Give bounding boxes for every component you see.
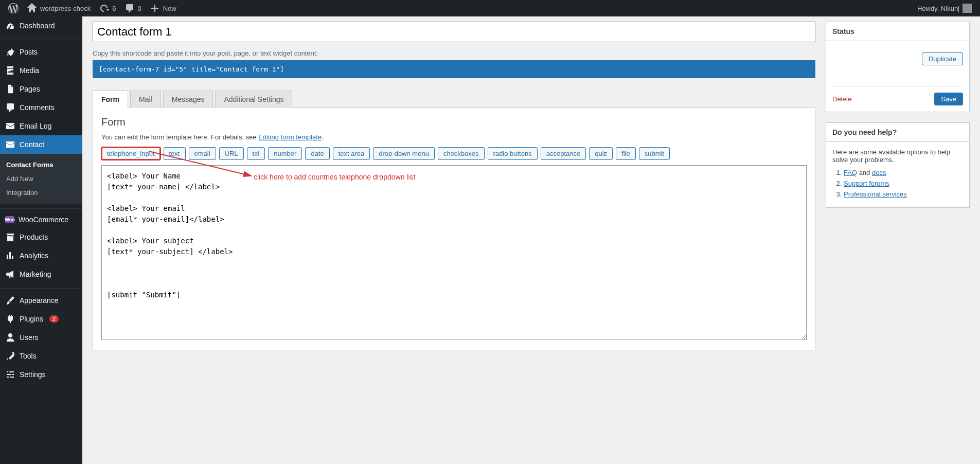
brush-icon	[5, 295, 15, 306]
comments-count: 0	[138, 5, 141, 12]
site-name-text: wordpress-check	[40, 5, 91, 12]
duplicate-button[interactable]: Duplicate	[922, 52, 963, 65]
tag-generator-row: telephone_input text email URL tel numbe…	[101, 147, 807, 160]
side-column: Status Duplicate Delete Save Do you need…	[826, 22, 970, 350]
updates-link[interactable]: 6	[95, 0, 120, 16]
tag-telephone-input[interactable]: telephone_input	[101, 147, 161, 160]
editor-tabs: Form Mail Messages Additional Settings	[93, 91, 815, 108]
menu-products[interactable]: Products	[0, 228, 82, 246]
submenu-contact-forms[interactable]: Contact Forms	[0, 158, 82, 172]
menu-settings[interactable]: Settings	[0, 365, 82, 384]
menu-label: WooCommerce	[19, 216, 68, 224]
wordpress-icon	[8, 3, 19, 13]
menu-analytics[interactable]: Analytics	[0, 246, 82, 265]
desc-prefix: You can edit the form template here. For…	[101, 133, 258, 141]
menu-pages[interactable]: Pages	[0, 80, 82, 98]
tag-submit[interactable]: submit	[639, 147, 670, 160]
tag-number[interactable]: number	[268, 147, 302, 160]
menu-label: Pages	[20, 85, 40, 93]
tag-quiz[interactable]: quiz	[589, 147, 613, 160]
faq-link[interactable]: FAQ	[844, 169, 857, 176]
tab-messages[interactable]: Messages	[163, 91, 213, 108]
help-intro: Here are some available options to help …	[832, 148, 963, 164]
menu-label: Users	[20, 333, 39, 342]
megaphone-icon	[5, 269, 15, 279]
save-button[interactable]: Save	[934, 93, 963, 105]
help-item-services: Professional services	[844, 190, 963, 198]
comments-link[interactable]: 0	[120, 0, 146, 16]
email-icon	[5, 121, 15, 131]
docs-link[interactable]: docs	[872, 169, 886, 176]
new-content-link[interactable]: New	[146, 0, 181, 16]
tag-text[interactable]: text	[164, 147, 186, 160]
menu-separator	[0, 206, 82, 209]
menu-woocommerce[interactable]: WooWooCommerce	[0, 211, 82, 228]
submenu-add-new[interactable]: Add New	[0, 172, 82, 186]
menu-label: Dashboard	[20, 22, 55, 30]
tag-radio[interactable]: radio buttons	[488, 147, 538, 160]
menu-label: Media	[20, 66, 39, 75]
tab-additional-settings[interactable]: Additional Settings	[215, 91, 292, 108]
tag-email[interactable]: email	[189, 147, 216, 160]
wp-logo[interactable]	[4, 0, 23, 16]
home-icon	[27, 3, 37, 13]
menu-media[interactable]: Media	[0, 61, 82, 80]
desc-suffix: .	[322, 133, 324, 141]
admin-bar-left: wordpress-check 6 0 New	[4, 0, 913, 16]
menu-comments[interactable]: Comments	[0, 98, 82, 117]
comment-icon	[5, 102, 15, 113]
menu-label: Marketing	[20, 270, 51, 278]
menu-users[interactable]: Users	[0, 328, 82, 347]
panel-description: You can edit the form template here. For…	[101, 133, 807, 141]
professional-services-link[interactable]: Professional services	[844, 190, 907, 198]
menu-label: Settings	[20, 370, 46, 379]
my-account-link[interactable]: Howdy, Nikunj	[913, 0, 976, 16]
submenu-integration[interactable]: Integration	[0, 186, 82, 200]
editing-template-link[interactable]: Editing form template	[258, 133, 322, 141]
submenu-contact: Contact Forms Add New Integration	[0, 154, 82, 204]
tag-date[interactable]: date	[305, 147, 329, 160]
form-panel: Form You can edit the form template here…	[93, 108, 815, 350]
media-icon	[5, 65, 15, 76]
menu-dashboard[interactable]: Dashboard	[0, 16, 82, 35]
menu-label: Products	[20, 233, 48, 241]
tag-dropdown[interactable]: drop-down menu	[373, 147, 435, 160]
menu-appearance[interactable]: Appearance	[0, 291, 82, 310]
help-box: Do you need help? Here are some availabl…	[826, 122, 970, 208]
menu-label: Email Log	[20, 122, 51, 130]
wrench-icon	[5, 351, 15, 361]
shortcode-hint: Copy this shortcode and paste it into yo…	[93, 49, 815, 57]
tab-mail[interactable]: Mail	[130, 91, 161, 108]
admin-bar: wordpress-check 6 0 New Howdy, Nikunj	[0, 0, 980, 16]
comment-icon	[124, 3, 135, 13]
support-forums-link[interactable]: Support forums	[844, 180, 889, 187]
products-icon	[5, 232, 15, 242]
tab-form[interactable]: Form	[93, 91, 128, 108]
form-template-textarea[interactable]	[101, 165, 807, 340]
menu-plugins[interactable]: Plugins2	[0, 310, 82, 328]
woo-icon: Woo	[5, 216, 14, 223]
menu-label: Analytics	[20, 252, 48, 260]
menu-marketing[interactable]: Marketing	[0, 265, 82, 283]
delete-link[interactable]: Delete	[832, 95, 852, 103]
menu-contact[interactable]: Contact	[0, 135, 82, 154]
avatar	[963, 4, 972, 13]
menu-posts[interactable]: Posts	[0, 43, 82, 61]
site-name-link[interactable]: wordpress-check	[23, 0, 95, 16]
form-title-input[interactable]	[93, 22, 815, 42]
tag-acceptance[interactable]: acceptance	[541, 147, 586, 160]
tag-checkboxes[interactable]: checkboxes	[438, 147, 485, 160]
tag-tel[interactable]: tel	[247, 147, 265, 160]
shortcode-box[interactable]: [contact-form-7 id="5" title="Contact fo…	[93, 60, 815, 78]
help-title: Do you need help?	[826, 123, 969, 142]
menu-separator	[0, 38, 82, 40]
panel-heading: Form	[101, 116, 807, 128]
menu-tools[interactable]: Tools	[0, 347, 82, 365]
status-box: Status Duplicate Delete Save	[826, 22, 970, 112]
tag-file[interactable]: file	[616, 147, 636, 160]
tag-url[interactable]: URL	[219, 147, 244, 160]
menu-email-log[interactable]: Email Log	[0, 117, 82, 135]
plus-icon	[150, 3, 160, 13]
tag-textarea[interactable]: text area	[333, 147, 370, 160]
menu-label: Tools	[20, 352, 37, 360]
